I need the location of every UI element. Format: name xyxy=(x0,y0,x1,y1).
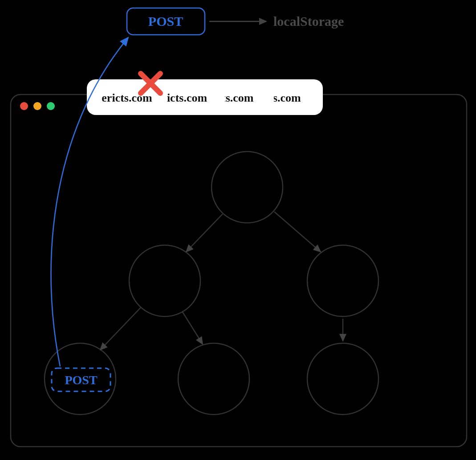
browser-tab-2-label: icts.com xyxy=(167,91,207,104)
traffic-light-min xyxy=(33,102,41,110)
post-box-inner-label: POST xyxy=(65,373,97,387)
browser-window-frame xyxy=(11,94,467,447)
traffic-light-close xyxy=(20,102,28,110)
browser-tab-4-label: ts.com xyxy=(269,91,301,104)
localstorage-label: localStorage xyxy=(273,14,344,29)
traffic-light-max xyxy=(47,102,55,110)
browser-tab-1-label: ericts.com xyxy=(102,91,152,104)
post-box-top-label: POST xyxy=(148,14,183,29)
